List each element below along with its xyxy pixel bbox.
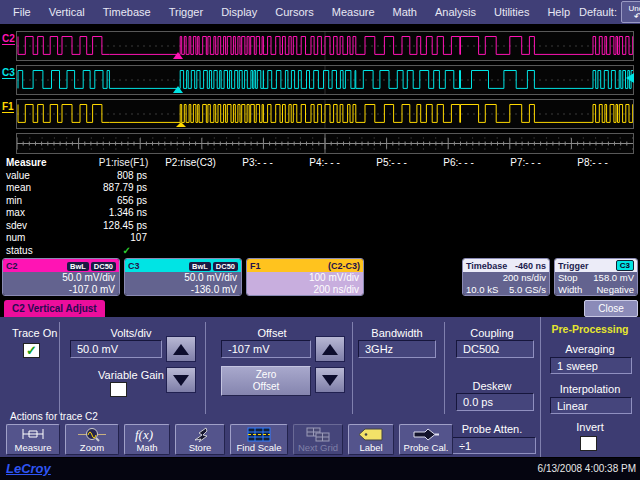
c3-header: C3 BwLDC50: [125, 259, 241, 272]
timebase-rate: 5.0 GS/s: [509, 284, 546, 296]
trace-descriptor-f1[interactable]: F1 (C2-C3) 100 mV/div 200 ns/div: [246, 258, 364, 296]
measure-empty-cell: [224, 220, 291, 233]
measure-empty-cell: [425, 207, 492, 220]
waveform-strip-c2[interactable]: [16, 31, 634, 61]
menu-trigger[interactable]: Trigger: [160, 6, 212, 18]
store-button[interactable]: Store: [175, 424, 225, 455]
measure-col-header-p5: P5:- - -: [358, 157, 425, 170]
probe-atten-label: Probe Atten.: [448, 423, 536, 435]
next-grid-icon: [306, 426, 330, 442]
variable-gain-checkbox[interactable]: [110, 382, 127, 397]
zoom-button[interactable]: Zoom: [65, 424, 119, 455]
action-button-label: Next Grid: [298, 442, 338, 453]
trigger-time-marker-icon[interactable]: [173, 86, 183, 93]
menu-file[interactable]: File: [4, 6, 40, 18]
measure-icon: [21, 426, 45, 442]
actions-for-trace-label: Actions for trace C2: [10, 411, 98, 422]
measure-button[interactable]: Measure: [6, 424, 60, 455]
volts-div-decrease-button[interactable]: [166, 367, 196, 393]
trace-on-checkbox[interactable]: ✓: [23, 343, 40, 358]
offset-increase-button[interactable]: [315, 336, 345, 362]
menu-vertical[interactable]: Vertical: [40, 6, 94, 18]
measure-col-header-p4: P4:- - -: [291, 157, 358, 170]
c2-header: C2 BwLDC50: [3, 259, 119, 272]
c2-badge-bwl: BwL: [67, 262, 89, 271]
tab-c2-vertical-adjust[interactable]: C2 Vertical Adjust: [4, 300, 105, 317]
measure-empty-cell: [224, 232, 291, 245]
measure-empty-cell: [425, 195, 492, 208]
measure-empty-cell: [291, 182, 358, 195]
bandwidth-field[interactable]: 3GHz: [358, 340, 436, 358]
menu-cursors[interactable]: Cursors: [266, 6, 323, 18]
invert-checkbox[interactable]: [580, 436, 597, 451]
deskew-field[interactable]: 0.0 ps: [456, 393, 534, 411]
measure-empty-cell: [492, 220, 559, 233]
measure-empty-cell: [157, 232, 224, 245]
trigger-time-marker-icon[interactable]: [176, 122, 186, 127]
volts-div-field[interactable]: 50.0 mV: [70, 340, 162, 358]
trigger-time-marker-icon[interactable]: [173, 52, 183, 59]
menu-help[interactable]: Help: [538, 6, 579, 18]
probe-cal-button[interactable]: Probe Cal.: [399, 424, 453, 455]
coupling-field[interactable]: DC50Ω: [456, 340, 534, 358]
action-button-label: Measure: [15, 442, 52, 453]
find-scale-button[interactable]: Find Scale: [230, 424, 288, 455]
measure-empty-cell: [358, 220, 425, 233]
status-bar: LeCroy 6/13/2008 4:00:38 PM: [0, 458, 640, 480]
measure-row-label: status: [6, 245, 90, 258]
measure-empty-cell: [492, 182, 559, 195]
zero-offset-button[interactable]: Zero Offset: [221, 366, 311, 396]
undo-button[interactable]: Undo ↶: [621, 1, 640, 23]
menu-timebase[interactable]: Timebase: [94, 6, 160, 18]
channel-descriptor-c2[interactable]: C2 BwLDC50 50.0 mV/div -107.0 mV: [2, 258, 120, 296]
menu-math[interactable]: Math: [384, 6, 426, 18]
c2-name: C2: [6, 261, 18, 271]
waveform-strip-f1[interactable]: [16, 99, 634, 129]
offset-field[interactable]: -107 mV: [221, 340, 311, 358]
up-arrow-icon: [173, 344, 189, 355]
trace-c3: [17, 66, 633, 94]
c3-scale: 50.0 mV/div: [129, 272, 237, 284]
label-button[interactable]: Label: [348, 424, 394, 455]
trigger-slope: Negative: [597, 284, 635, 296]
measure-empty-cell: [492, 170, 559, 183]
math-button[interactable]: f(x)Math: [124, 424, 170, 455]
timebase-descriptor[interactable]: Timebase -460 ns 200 ns/div 10.0 kS 5.0 …: [462, 258, 550, 296]
measure-row-label: sdev: [6, 220, 90, 233]
menu-display[interactable]: Display: [212, 6, 266, 18]
measure-empty-cell: [425, 182, 492, 195]
menu-utilities[interactable]: Utilities: [485, 6, 538, 18]
f1-body: 100 mV/div 200 ns/div: [247, 272, 363, 295]
menu-bar: FileVerticalTimebaseTriggerDisplayCursor…: [0, 0, 640, 24]
measure-row-label: min: [6, 195, 90, 208]
menu-analysis[interactable]: Analysis: [426, 6, 485, 18]
waveform-strip-c3[interactable]: [16, 65, 634, 95]
measure-empty-cell: [425, 220, 492, 233]
measure-empty-cell: [157, 220, 224, 233]
find-scale-icon: [247, 426, 271, 442]
close-button[interactable]: Close: [584, 300, 638, 317]
measure-empty-cell: [492, 207, 559, 220]
svg-text:f(x): f(x): [135, 427, 153, 442]
trigger-type: Width: [558, 284, 582, 296]
trace-f1: [17, 100, 633, 128]
measure-empty-cell: [224, 170, 291, 183]
c3-name: C3: [128, 261, 140, 271]
waveform-display-area: C2C3F1: [0, 24, 640, 156]
trigger-mode: Stop: [558, 272, 578, 284]
trigger-descriptor[interactable]: Trigger C3 Stop 158.0 mV Width Negative: [554, 258, 638, 296]
measure-col-header-p7: P7:- - -: [492, 157, 559, 170]
menu-measure[interactable]: Measure: [323, 6, 384, 18]
offset-decrease-button[interactable]: [315, 367, 345, 393]
probe-atten-field[interactable]: ÷1: [452, 437, 536, 454]
trigger-level-marker-icon[interactable]: [626, 73, 634, 83]
interpolation-field[interactable]: Linear: [550, 397, 632, 414]
channel-descriptor-c3[interactable]: C3 BwLDC50 50.0 mV/div -136.0 mV: [124, 258, 242, 296]
measure-empty-cell: [358, 170, 425, 183]
volts-div-increase-button[interactable]: [166, 336, 196, 362]
measure-empty-cell: [559, 182, 626, 195]
c2-offset: -107.0 mV: [7, 284, 115, 296]
channel-label-f1: F1: [2, 102, 14, 113]
averaging-field[interactable]: 1 sweep: [550, 357, 632, 374]
measure-empty-cell: [224, 245, 291, 258]
